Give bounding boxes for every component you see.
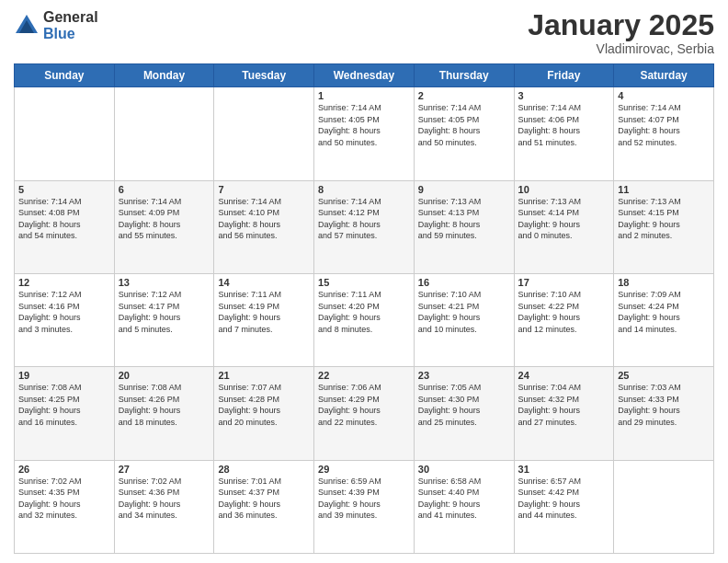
calendar-week-3: 12Sunrise: 7:12 AM Sunset: 4:16 PM Dayli… — [15, 273, 714, 366]
logo-general-text: General — [43, 9, 98, 26]
table-row: 9Sunrise: 7:13 AM Sunset: 4:13 PM Daylig… — [414, 180, 514, 273]
table-row: 27Sunrise: 7:02 AM Sunset: 4:36 PM Dayli… — [114, 460, 214, 553]
day-info: Sunrise: 7:03 AM Sunset: 4:33 PM Dayligh… — [618, 382, 710, 428]
table-row: 10Sunrise: 7:13 AM Sunset: 4:14 PM Dayli… — [514, 180, 614, 273]
day-info: Sunrise: 6:57 AM Sunset: 4:42 PM Dayligh… — [518, 476, 610, 522]
table-row: 5Sunrise: 7:14 AM Sunset: 4:08 PM Daylig… — [15, 180, 115, 273]
calendar-week-2: 5Sunrise: 7:14 AM Sunset: 4:08 PM Daylig… — [15, 180, 714, 273]
day-info: Sunrise: 7:02 AM Sunset: 4:36 PM Dayligh… — [119, 476, 210, 522]
table-row — [614, 460, 714, 553]
day-info: Sunrise: 7:02 AM Sunset: 4:35 PM Dayligh… — [18, 476, 110, 522]
day-number: 17 — [518, 277, 610, 288]
table-row: 28Sunrise: 7:01 AM Sunset: 4:37 PM Dayli… — [214, 460, 314, 553]
title-area: January 2025 Vladimirovac, Serbia — [528, 9, 714, 56]
day-info: Sunrise: 7:14 AM Sunset: 4:05 PM Dayligh… — [418, 102, 510, 148]
day-number: 14 — [218, 277, 310, 288]
col-saturday: Saturday — [614, 64, 714, 87]
day-number: 7 — [218, 184, 310, 195]
day-number: 26 — [18, 464, 110, 475]
logo-blue-text: Blue — [43, 26, 98, 42]
day-info: Sunrise: 7:14 AM Sunset: 4:08 PM Dayligh… — [18, 196, 110, 242]
header: General Blue January 2025 Vladimirovac, … — [14, 9, 714, 56]
logo-text: General Blue — [43, 9, 98, 41]
day-number: 15 — [318, 277, 410, 288]
table-row — [15, 87, 115, 180]
day-number: 28 — [218, 464, 310, 475]
day-info: Sunrise: 7:05 AM Sunset: 4:30 PM Dayligh… — [418, 382, 510, 428]
day-number: 19 — [18, 370, 110, 381]
day-number: 24 — [518, 370, 610, 381]
table-row: 22Sunrise: 7:06 AM Sunset: 4:29 PM Dayli… — [314, 367, 415, 460]
day-info: Sunrise: 7:13 AM Sunset: 4:15 PM Dayligh… — [618, 196, 710, 242]
logo-icon — [14, 13, 40, 39]
day-number: 20 — [119, 370, 210, 381]
day-number: 29 — [318, 464, 410, 475]
day-info: Sunrise: 7:14 AM Sunset: 4:06 PM Dayligh… — [518, 102, 610, 148]
table-row: 31Sunrise: 6:57 AM Sunset: 4:42 PM Dayli… — [514, 460, 614, 553]
table-row: 2Sunrise: 7:14 AM Sunset: 4:05 PM Daylig… — [414, 87, 514, 180]
table-row: 14Sunrise: 7:11 AM Sunset: 4:19 PM Dayli… — [214, 273, 314, 366]
table-row: 16Sunrise: 7:10 AM Sunset: 4:21 PM Dayli… — [414, 273, 514, 366]
table-row: 4Sunrise: 7:14 AM Sunset: 4:07 PM Daylig… — [614, 87, 714, 180]
day-info: Sunrise: 7:12 AM Sunset: 4:16 PM Dayligh… — [18, 289, 110, 335]
day-number: 1 — [318, 90, 410, 101]
day-number: 18 — [618, 277, 710, 288]
day-info: Sunrise: 7:11 AM Sunset: 4:20 PM Dayligh… — [318, 289, 410, 335]
table-row: 17Sunrise: 7:10 AM Sunset: 4:22 PM Dayli… — [514, 273, 614, 366]
table-row: 26Sunrise: 7:02 AM Sunset: 4:35 PM Dayli… — [15, 460, 115, 553]
day-info: Sunrise: 6:59 AM Sunset: 4:39 PM Dayligh… — [318, 476, 410, 522]
day-number: 25 — [618, 370, 710, 381]
day-number: 11 — [618, 184, 710, 195]
day-number: 12 — [18, 277, 110, 288]
day-number: 27 — [119, 464, 210, 475]
day-info: Sunrise: 7:01 AM Sunset: 4:37 PM Dayligh… — [218, 476, 310, 522]
day-info: Sunrise: 7:12 AM Sunset: 4:17 PM Dayligh… — [119, 289, 210, 335]
day-info: Sunrise: 7:06 AM Sunset: 4:29 PM Dayligh… — [318, 382, 410, 428]
table-row: 1Sunrise: 7:14 AM Sunset: 4:05 PM Daylig… — [314, 87, 415, 180]
table-row: 3Sunrise: 7:14 AM Sunset: 4:06 PM Daylig… — [514, 87, 614, 180]
table-row: 23Sunrise: 7:05 AM Sunset: 4:30 PM Dayli… — [414, 367, 514, 460]
table-row: 24Sunrise: 7:04 AM Sunset: 4:32 PM Dayli… — [514, 367, 614, 460]
table-row: 11Sunrise: 7:13 AM Sunset: 4:15 PM Dayli… — [614, 180, 714, 273]
table-row — [114, 87, 214, 180]
table-row: 6Sunrise: 7:14 AM Sunset: 4:09 PM Daylig… — [114, 180, 214, 273]
day-info: Sunrise: 7:11 AM Sunset: 4:19 PM Dayligh… — [218, 289, 310, 335]
day-number: 16 — [418, 277, 510, 288]
col-monday: Monday — [114, 64, 214, 87]
calendar-table: Sunday Monday Tuesday Wednesday Thursday… — [14, 63, 714, 554]
table-row: 19Sunrise: 7:08 AM Sunset: 4:25 PM Dayli… — [15, 367, 115, 460]
table-row: 30Sunrise: 6:58 AM Sunset: 4:40 PM Dayli… — [414, 460, 514, 553]
calendar-header-row: Sunday Monday Tuesday Wednesday Thursday… — [15, 64, 714, 87]
day-number: 31 — [518, 464, 610, 475]
day-info: Sunrise: 7:14 AM Sunset: 4:05 PM Dayligh… — [318, 102, 410, 148]
location-subtitle: Vladimirovac, Serbia — [528, 41, 714, 56]
day-info: Sunrise: 6:58 AM Sunset: 4:40 PM Dayligh… — [418, 476, 510, 522]
day-info: Sunrise: 7:10 AM Sunset: 4:22 PM Dayligh… — [518, 289, 610, 335]
table-row: 18Sunrise: 7:09 AM Sunset: 4:24 PM Dayli… — [614, 273, 714, 366]
table-row: 8Sunrise: 7:14 AM Sunset: 4:12 PM Daylig… — [314, 180, 415, 273]
col-sunday: Sunday — [15, 64, 115, 87]
day-info: Sunrise: 7:09 AM Sunset: 4:24 PM Dayligh… — [618, 289, 710, 335]
col-friday: Friday — [514, 64, 614, 87]
table-row: 13Sunrise: 7:12 AM Sunset: 4:17 PM Dayli… — [114, 273, 214, 366]
day-number: 5 — [18, 184, 110, 195]
day-number: 10 — [518, 184, 610, 195]
day-info: Sunrise: 7:04 AM Sunset: 4:32 PM Dayligh… — [518, 382, 610, 428]
day-info: Sunrise: 7:14 AM Sunset: 4:07 PM Dayligh… — [618, 102, 710, 148]
day-info: Sunrise: 7:13 AM Sunset: 4:14 PM Dayligh… — [518, 196, 610, 242]
day-number: 3 — [518, 90, 610, 101]
logo: General Blue — [14, 9, 98, 41]
day-number: 9 — [418, 184, 510, 195]
day-info: Sunrise: 7:14 AM Sunset: 4:12 PM Dayligh… — [318, 196, 410, 242]
day-number: 22 — [318, 370, 410, 381]
day-info: Sunrise: 7:08 AM Sunset: 4:25 PM Dayligh… — [18, 382, 110, 428]
day-number: 21 — [218, 370, 310, 381]
table-row: 15Sunrise: 7:11 AM Sunset: 4:20 PM Dayli… — [314, 273, 415, 366]
table-row — [214, 87, 314, 180]
col-wednesday: Wednesday — [314, 64, 415, 87]
page: General Blue January 2025 Vladimirovac, … — [0, 0, 728, 563]
day-info: Sunrise: 7:08 AM Sunset: 4:26 PM Dayligh… — [119, 382, 210, 428]
day-number: 8 — [318, 184, 410, 195]
day-info: Sunrise: 7:10 AM Sunset: 4:21 PM Dayligh… — [418, 289, 510, 335]
day-info: Sunrise: 7:07 AM Sunset: 4:28 PM Dayligh… — [218, 382, 310, 428]
